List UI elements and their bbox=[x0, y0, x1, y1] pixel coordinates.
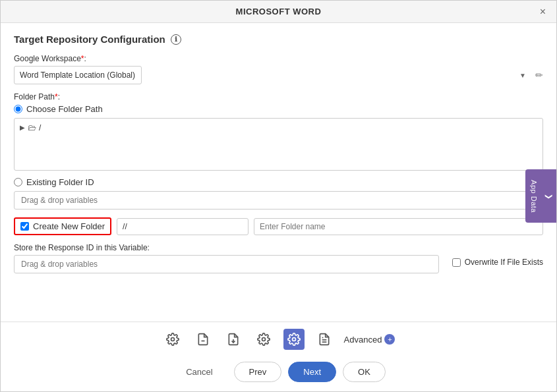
folder-tree-row: ▶ 🗁 / bbox=[20, 123, 537, 132]
titlebar: MICROSOFT WORD × bbox=[1, 1, 556, 23]
active-toolbar-icon[interactable] bbox=[283, 329, 305, 350]
close-button[interactable]: × bbox=[536, 5, 550, 19]
overwrite-label[interactable]: Overwrite If File Exists bbox=[452, 258, 543, 267]
store-response-input[interactable] bbox=[14, 255, 439, 273]
google-workspace-label: Google Workspace*: bbox=[14, 54, 543, 63]
response-left: Store the Response ID in this Variable: bbox=[14, 243, 439, 273]
google-workspace-field: Google Workspace*: Word Template Locatio… bbox=[14, 54, 543, 84]
svg-point-4 bbox=[292, 338, 295, 341]
existing-folder-input[interactable] bbox=[14, 191, 543, 210]
folder-path-label: Folder Path*: bbox=[14, 92, 543, 101]
existing-folder-radio[interactable] bbox=[14, 178, 22, 186]
section-title-text: Target Repository Configuration bbox=[14, 34, 165, 45]
next-button[interactable]: Next bbox=[288, 362, 336, 382]
advanced-plus-icon[interactable]: + bbox=[384, 334, 395, 345]
dropdown-icon: ▼ bbox=[519, 72, 526, 79]
settings-icon[interactable] bbox=[162, 329, 183, 350]
folder-tree: ▶ 🗁 / bbox=[14, 118, 543, 171]
advanced-label: Advanced bbox=[344, 335, 382, 345]
section-title-row: Target Repository Configuration ℹ bbox=[14, 34, 543, 45]
overwrite-checkbox[interactable] bbox=[452, 258, 461, 267]
response-section: Store the Response ID in this Variable: … bbox=[14, 243, 543, 273]
svg-point-3 bbox=[262, 338, 265, 341]
dialog-footer: Cancel Prev Next OK bbox=[1, 356, 556, 391]
dialog-content: Target Repository Configuration ℹ Google… bbox=[1, 23, 556, 322]
google-workspace-select-wrapper: Word Template Location (Global) ▼ ✏ bbox=[14, 66, 543, 84]
ok-button[interactable]: OK bbox=[343, 362, 386, 382]
choose-folder-label: Choose Folder Path bbox=[26, 104, 103, 114]
choose-folder-radio[interactable] bbox=[14, 105, 22, 113]
create-new-folder-label[interactable]: Create New Folder bbox=[14, 217, 111, 235]
folder-name-input[interactable] bbox=[254, 218, 543, 235]
file-code-icon[interactable] bbox=[192, 329, 214, 350]
overwrite-text: Overwrite If File Exists bbox=[465, 258, 543, 267]
info-icon[interactable]: ℹ bbox=[171, 34, 181, 45]
folder-path-input[interactable] bbox=[117, 218, 249, 235]
file-type-icon[interactable] bbox=[314, 329, 335, 350]
app-data-arrow: ❮ bbox=[543, 193, 552, 200]
toolbar: Advanced + bbox=[1, 322, 556, 356]
choose-folder-radio-label[interactable]: Choose Folder Path bbox=[14, 104, 543, 114]
store-response-label: Store the Response ID in this Variable: bbox=[14, 243, 439, 252]
edit-icon[interactable]: ✏ bbox=[535, 70, 543, 80]
prev-button[interactable]: Prev bbox=[234, 362, 282, 382]
folder-icon: 🗁 bbox=[28, 123, 36, 132]
existing-folder-label: Existing Folder ID bbox=[26, 177, 94, 187]
folder-path-text: / bbox=[39, 123, 41, 132]
existing-folder-group: Existing Folder ID bbox=[14, 177, 543, 210]
tree-arrow[interactable]: ▶ bbox=[20, 124, 25, 131]
app-data-label: App Data bbox=[530, 180, 538, 213]
gear-alt-icon[interactable] bbox=[253, 329, 274, 350]
create-new-folder-checkbox[interactable] bbox=[20, 222, 29, 231]
google-workspace-select[interactable]: Word Template Location (Global) bbox=[14, 66, 142, 84]
toolbar-icons: Advanced + bbox=[14, 329, 543, 350]
dialog-title: MICROSOFT WORD bbox=[236, 7, 322, 16]
dialog: MICROSOFT WORD × Target Repository Confi… bbox=[0, 0, 557, 392]
advanced-link[interactable]: Advanced + bbox=[344, 334, 396, 345]
create-new-folder-text: Create New Folder bbox=[33, 221, 105, 231]
response-right: Overwrite If File Exists bbox=[452, 243, 543, 267]
existing-folder-radio-label[interactable]: Existing Folder ID bbox=[14, 177, 543, 187]
file-save-icon[interactable] bbox=[223, 329, 244, 350]
app-data-tab[interactable]: ❮ App Data bbox=[525, 169, 556, 223]
cancel-button[interactable]: Cancel bbox=[171, 362, 227, 381]
svg-point-0 bbox=[171, 338, 174, 341]
create-new-folder-row: Create New Folder bbox=[14, 217, 543, 235]
